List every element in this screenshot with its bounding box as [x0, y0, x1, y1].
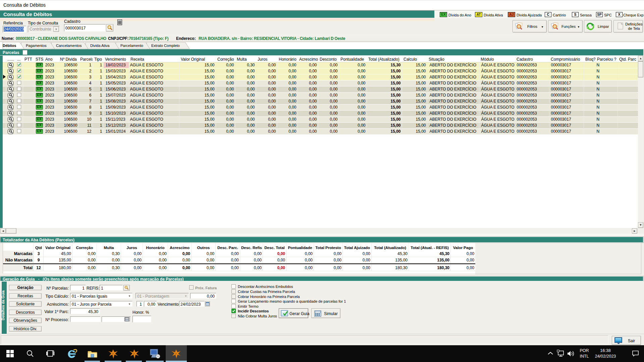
svg-text:Extrato Completo: Extrato Completo: [151, 44, 180, 48]
svg-text:Pagamentos: Pagamentos: [26, 44, 47, 48]
svg-text:Divida Ativa: Divida Ativa: [90, 44, 110, 48]
svg-text:Parcelamento: Parcelamento: [120, 44, 143, 48]
svg-text:Cancelamentos: Cancelamentos: [56, 44, 82, 48]
svg-text:Débitos: Débitos: [3, 44, 16, 48]
